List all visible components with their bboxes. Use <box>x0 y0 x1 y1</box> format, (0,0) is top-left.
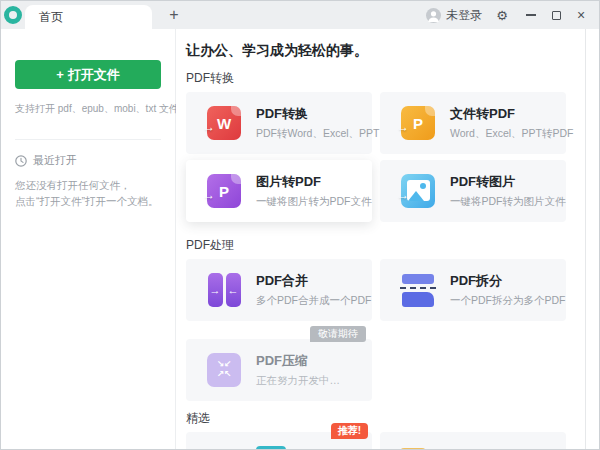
pdf-process-grid: → ← PDF合并 多个PDF合并成一个PDF PDF拆 <box>186 259 566 321</box>
settings-gear-icon[interactable]: ⚙ <box>496 8 508 23</box>
into-arrow-icon: → <box>397 121 409 133</box>
user-login[interactable]: 未登录 <box>426 7 482 24</box>
featured-card-left[interactable]: 推荐! <box>186 432 372 450</box>
pdf-merge-icon: → ← <box>205 271 243 309</box>
app-logo-icon <box>4 6 22 24</box>
app-window: 首页 + 未登录 ⚙ × + 打开文件 支持打开 pdf <box>0 0 600 450</box>
main-content: 让办公、学习成为轻松的事。 PDF转换 W → PDF转换 PDF转Word、E… <box>176 29 599 450</box>
tab-home[interactable]: 首页 <box>25 5 152 29</box>
card-subtitle: 一键将图片转为PDF文件 <box>256 195 372 209</box>
into-arrow-icon: → <box>397 189 409 201</box>
card-pdf-compress: 敬请期待 ↘↙ ↗↖ PDF压缩 正在努力开发中… <box>186 339 372 401</box>
file-to-pdf-icon: P → <box>399 104 437 142</box>
new-tab-button[interactable]: + <box>164 5 184 25</box>
sidebar-divider <box>15 139 161 140</box>
clock-icon <box>15 155 27 167</box>
section-label-pdf-convert: PDF转换 <box>186 71 599 86</box>
recent-files-header: 最近打开 <box>15 153 161 168</box>
featured-left-icon <box>256 446 286 450</box>
tab-home-label: 首页 <box>39 9 63 26</box>
card-title: PDF合并 <box>256 272 372 290</box>
avatar-icon <box>426 8 441 23</box>
titlebar: 首页 + 未登录 ⚙ × <box>1 1 599 29</box>
sidebar: + 打开文件 支持打开 pdf、epub、mobi、txt 文件 最近打开 您还… <box>1 29 176 450</box>
card-subtitle: PDF转Word、Excel、PPT <box>256 127 380 141</box>
pdf-convert-grid: W → PDF转换 PDF转Word、Excel、PPT P → <box>186 92 566 222</box>
featured-card-right[interactable] <box>380 432 566 450</box>
card-title: PDF转换 <box>256 105 380 123</box>
card-subtitle: 一键将PDF转为图片文件 <box>450 195 566 209</box>
card-subtitle: 多个PDF合并成一个PDF <box>256 294 372 308</box>
titlebar-controls: 未登录 ⚙ × <box>426 5 599 25</box>
recent-empty-state: 您还没有打开任何文件， 点击“打开文件”打开一个文档。 <box>15 177 161 210</box>
page-title: 让办公、学习成为轻松的事。 <box>186 41 599 59</box>
scrollbar[interactable] <box>585 29 586 450</box>
card-pdf-to-word[interactable]: W → PDF转换 PDF转Word、Excel、PPT <box>186 92 372 154</box>
card-title: PDF转图片 <box>450 173 566 191</box>
card-title: PDF压缩 <box>256 352 340 370</box>
pdf-split-icon <box>399 271 437 309</box>
image-to-pdf-icon: P → <box>205 172 243 210</box>
card-image-to-pdf[interactable]: P → 图片转PDF 一键将图片转为PDF文件 <box>186 160 372 222</box>
recent-empty-line2: 点击“打开文件”打开一个文档。 <box>15 193 161 209</box>
maximize-button[interactable] <box>546 5 566 25</box>
section-label-pdf-process: PDF处理 <box>186 238 599 253</box>
card-title: 文件转PDF <box>450 105 574 123</box>
open-file-button[interactable]: + 打开文件 <box>15 60 161 89</box>
pdf-compress-icon: ↘↙ ↗↖ <box>205 351 243 389</box>
supported-formats-text: 支持打开 pdf、epub、mobi、txt 文件 <box>15 102 161 116</box>
plus-icon: + <box>56 67 64 82</box>
card-subtitle: Word、Excel、PPT转PDF <box>450 127 574 141</box>
featured-grid: 推荐! <box>186 432 566 450</box>
open-file-label: 打开文件 <box>68 66 120 84</box>
card-file-to-pdf[interactable]: P → 文件转PDF Word、Excel、PPT转PDF <box>380 92 566 154</box>
card-pdf-to-image[interactable]: → PDF转图片 一键将PDF转为图片文件 <box>380 160 566 222</box>
card-pdf-split[interactable]: PDF拆分 一个PDF拆分为多个PDF <box>380 259 566 321</box>
card-title: 图片转PDF <box>256 173 372 191</box>
card-pdf-merge[interactable]: → ← PDF合并 多个PDF合并成一个PDF <box>186 259 372 321</box>
recent-files-title: 最近打开 <box>33 153 77 168</box>
minimize-button[interactable] <box>521 5 541 25</box>
minimize-icon <box>526 14 536 16</box>
pdf-to-image-icon: → <box>399 172 437 210</box>
coming-soon-badge: 敬请期待 <box>310 326 366 342</box>
card-subtitle: 正在努力开发中… <box>256 374 340 388</box>
into-arrow-icon: → <box>203 189 215 201</box>
maximize-icon <box>552 11 561 20</box>
close-button[interactable]: × <box>571 5 591 25</box>
into-arrow-icon: → <box>203 121 215 133</box>
card-title: PDF拆分 <box>450 272 566 290</box>
card-subtitle: 一个PDF拆分为多个PDF <box>450 294 566 308</box>
user-login-label: 未登录 <box>446 7 482 24</box>
recommend-badge: 推荐! <box>331 423 368 439</box>
pdf-to-word-icon: W → <box>205 104 243 142</box>
recent-empty-line1: 您还没有打开任何文件， <box>15 177 161 193</box>
section-label-featured: 精选 <box>186 411 599 426</box>
pdf-compress-row: 敬请期待 ↘↙ ↗↖ PDF压缩 正在努力开发中… <box>186 339 372 401</box>
window-body: + 打开文件 支持打开 pdf、epub、mobi、txt 文件 最近打开 您还… <box>1 29 599 450</box>
